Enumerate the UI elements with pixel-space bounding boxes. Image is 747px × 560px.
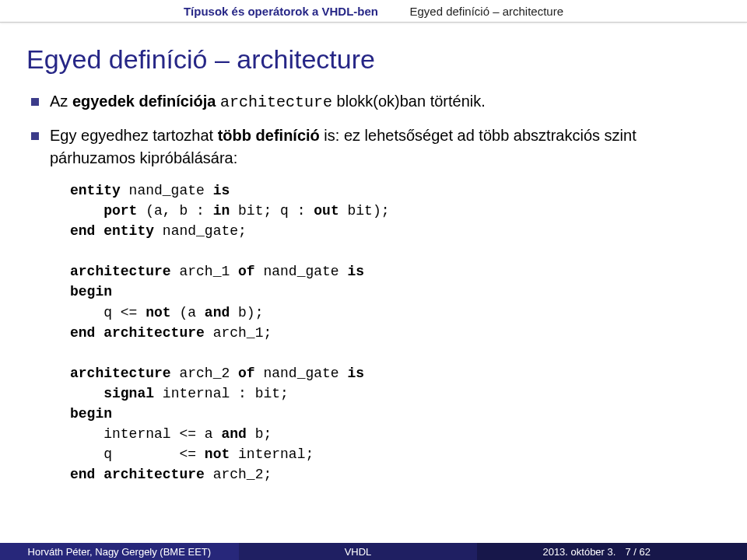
text-bold: több definíció [218,127,320,144]
text-bold: egyedek definíciója [72,93,216,110]
nav-header: Típusok és operátorok a VHDL-ben Egyed d… [0,0,747,22]
footer-date: 2013. október 3. [542,546,615,558]
footer-page: 7 / 62 [625,546,651,558]
text: Az [50,93,72,110]
footer: Horváth Péter, Nagy Gergely (BME EET) VH… [0,543,747,560]
footer-author: Horváth Péter, Nagy Gergely (BME EET) [0,543,239,560]
text: blokk(ok)ban történik. [332,93,486,110]
nav-section: Típusok és operátorok a VHDL-ben [184,5,378,18]
header-divider [0,22,747,23]
page-title: Egyed definíció – architecture [0,24,747,86]
bullet-list: Az egyedek definíciója architecture blok… [26,90,721,170]
code-block: entity nand_gate is port (a, b : in bit;… [70,180,721,485]
footer-date-page: 2013. október 3. 7 / 62 [477,543,747,560]
text-tt: architecture [220,93,332,111]
body-content: Az egyedek definíciója architecture blok… [0,90,747,485]
bullet-1: Az egyedek definíciója architecture blok… [26,90,721,114]
footer-title: VHDL [239,543,478,560]
nav-subsection: Egyed definíció – architecture [409,5,563,18]
text: Egy egyedhez tartozhat [50,127,218,144]
bullet-2: Egy egyedhez tartozhat több definíció is… [26,124,721,170]
